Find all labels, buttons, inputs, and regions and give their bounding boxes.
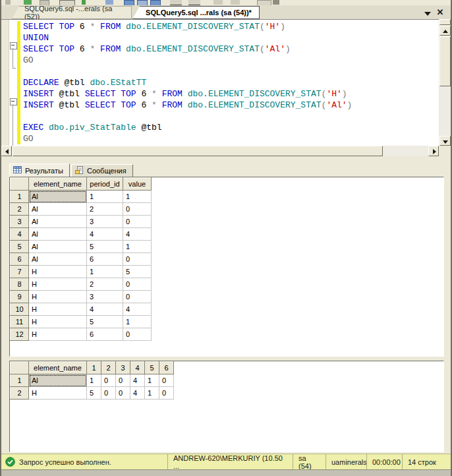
row-header[interactable]: 10 — [11, 303, 29, 316]
grid-cell[interactable]: 0 — [101, 387, 116, 400]
fold-bracket-end — [13, 68, 16, 69]
grid-cell[interactable]: 0 — [123, 203, 152, 216]
grid-cell[interactable]: H — [29, 387, 87, 400]
status-rowcount: 14 строк — [402, 454, 443, 470]
scroll-left-icon[interactable] — [1, 146, 12, 156]
select-all-corner[interactable] — [11, 362, 29, 374]
select-all-corner[interactable] — [11, 178, 29, 191]
row-header[interactable]: 8 — [11, 278, 29, 291]
grid-cell[interactable]: 4 — [87, 303, 123, 316]
grid-cell[interactable]: 1 — [145, 374, 159, 387]
editor-results-splitter[interactable] — [1, 156, 451, 163]
row-header[interactable]: 1 — [11, 374, 29, 387]
grid-cell[interactable]: 2 — [87, 278, 123, 291]
grid-cell[interactable]: H — [29, 266, 87, 278]
grid-cell[interactable]: 5 — [87, 387, 101, 400]
grid-cell[interactable]: 3 — [87, 216, 123, 228]
grid-cell[interactable]: Al — [29, 228, 87, 241]
column-header[interactable]: 1 — [87, 362, 101, 374]
grid-cell[interactable]: 4 — [123, 303, 152, 316]
grid-cell[interactable]: 6 — [87, 253, 123, 266]
tab-messages[interactable]: Сообщения — [71, 164, 133, 177]
row-header[interactable]: 2 — [11, 387, 29, 400]
grid-cell[interactable]: 0 — [123, 291, 152, 303]
grid-cell[interactable]: 5 — [87, 241, 123, 253]
grid-cell[interactable]: 0 — [116, 374, 130, 387]
scroll-right-icon[interactable] — [428, 146, 439, 156]
collapse-region-icon[interactable] — [10, 42, 17, 49]
grid-cell[interactable]: Al — [29, 253, 87, 266]
grid-cell[interactable]: Al — [29, 374, 87, 387]
tab-sqlquery6[interactable]: SQLQuery6.sql -...erals (sa (52)) — [12, 6, 132, 19]
hscroll-track[interactable] — [383, 146, 428, 156]
scroll-down-icon[interactable] — [439, 136, 451, 146]
grid-cell[interactable]: 6 — [87, 328, 123, 341]
vscroll-thumb[interactable] — [439, 36, 451, 86]
grid-cell[interactable]: Al — [29, 203, 87, 216]
grid-cell[interactable]: H — [29, 291, 87, 303]
grid-cell[interactable]: Al — [29, 216, 87, 228]
row-header[interactable]: 5 — [11, 241, 29, 253]
row-header[interactable]: 12 — [11, 328, 29, 341]
grid-cell[interactable]: 0 — [123, 216, 152, 228]
grid-cell[interactable]: 0 — [116, 387, 130, 400]
grid-cell[interactable]: 4 — [87, 228, 123, 241]
vscroll-track[interactable] — [439, 86, 451, 135]
row-header[interactable]: 7 — [11, 266, 29, 278]
grid-cell[interactable]: 1 — [87, 374, 101, 387]
grid-cell[interactable]: 0 — [123, 328, 152, 341]
grid-cell[interactable]: 0 — [159, 387, 174, 400]
row-header[interactable]: 4 — [11, 228, 29, 241]
sql-editor[interactable]: SELECT TOP 6 * FROM dbo.ELEMENT_DISCOVER… — [1, 19, 439, 146]
row-header[interactable]: 1 — [11, 191, 29, 203]
grid-cell[interactable]: 1 — [123, 316, 152, 328]
row-header[interactable]: 2 — [11, 203, 29, 216]
grid-cell[interactable]: Al — [29, 241, 87, 253]
hscroll-thumb[interactable] — [13, 146, 383, 156]
grid-cell[interactable]: 1 — [123, 191, 152, 203]
editor-hscrollbar[interactable] — [1, 146, 439, 156]
grid-cell[interactable]: 3 — [87, 291, 123, 303]
close-icon[interactable]: ✕ — [435, 7, 445, 18]
row-header[interactable]: 9 — [11, 291, 29, 303]
column-header[interactable]: 4 — [130, 362, 145, 374]
tab-sqlquery5[interactable]: SQLQuery5.sql ...rals (sa (54))* — [132, 6, 260, 19]
grid-cell[interactable]: 5 — [123, 266, 152, 278]
grid-cell[interactable]: Al — [29, 191, 87, 203]
table-row: 9H30 — [11, 291, 152, 303]
grid-cell[interactable]: 4 — [130, 374, 145, 387]
row-header[interactable]: 3 — [11, 216, 29, 228]
tab-results[interactable]: Результаты — [9, 164, 70, 177]
grid-cell[interactable]: 1 — [87, 266, 123, 278]
grid-cell[interactable]: H — [29, 278, 87, 291]
grid-cell[interactable]: 4 — [130, 387, 145, 400]
collapse-region-icon[interactable] — [10, 98, 17, 105]
row-header[interactable]: 6 — [11, 253, 29, 266]
grid-cell[interactable]: H — [29, 316, 87, 328]
column-header[interactable]: value — [123, 178, 152, 191]
column-header[interactable]: 6 — [159, 362, 174, 374]
grid-cell[interactable]: 0 — [123, 278, 152, 291]
grid-cell[interactable]: 1 — [145, 387, 159, 400]
grid-cell[interactable]: 0 — [101, 374, 116, 387]
column-header[interactable]: 5 — [145, 362, 159, 374]
grid-cell[interactable]: 1 — [123, 241, 152, 253]
grid-cell[interactable]: H — [29, 303, 87, 316]
column-header[interactable]: element_name — [29, 362, 87, 374]
grid-cell[interactable]: 4 — [123, 228, 152, 241]
column-header[interactable]: 2 — [101, 362, 116, 374]
column-header[interactable]: 3 — [116, 362, 130, 374]
column-header[interactable]: element_name — [29, 178, 87, 191]
tab-list-dropdown-icon[interactable] — [423, 9, 432, 17]
grid-cell[interactable]: 1 — [87, 191, 123, 203]
editor-split-handle[interactable] — [439, 19, 451, 25]
grid-cell[interactable]: 5 — [87, 316, 123, 328]
editor-vscrollbar[interactable] — [439, 19, 451, 146]
grid-cell[interactable]: 2 — [87, 203, 123, 216]
grid-cell[interactable]: 0 — [123, 253, 152, 266]
row-header[interactable]: 11 — [11, 316, 29, 328]
grid-cell[interactable]: H — [29, 328, 87, 341]
grid-cell[interactable]: 0 — [159, 374, 174, 387]
scroll-up-icon[interactable] — [439, 26, 451, 36]
column-header[interactable]: period_id — [87, 178, 123, 191]
